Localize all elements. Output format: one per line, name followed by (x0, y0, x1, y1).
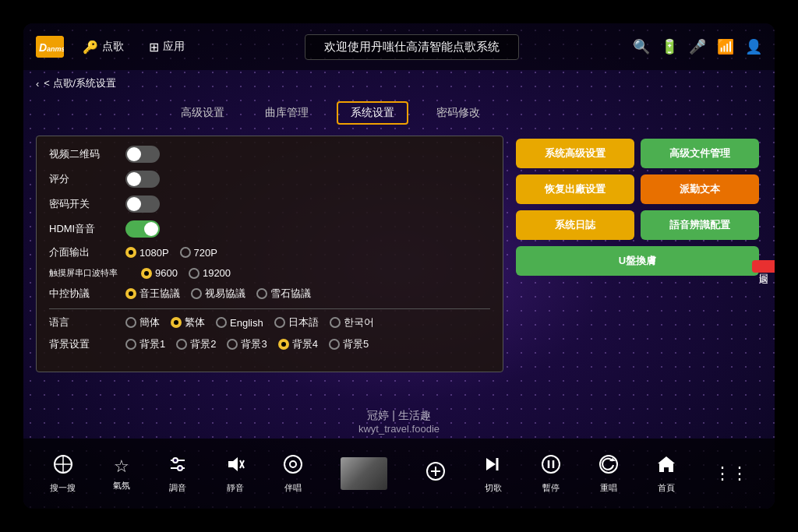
key-icon: 🔑 (83, 40, 98, 55)
logo: D anms (36, 36, 64, 58)
star-icon: ☆ (114, 456, 129, 477)
svg-point-14 (290, 461, 296, 467)
lang-japanese[interactable]: 日本語 (274, 315, 319, 329)
bg-5-dot (329, 339, 340, 350)
btn-派勤文本[interactable]: 派勤文本 (641, 174, 759, 204)
pause-icon (541, 454, 561, 479)
tab-advanced-settings[interactable]: 高级设置 (168, 103, 237, 123)
qrcode-label: 视频二维码 (49, 147, 119, 161)
bg-4-dot (278, 339, 289, 350)
protocol-yinwang[interactable]: 音王協議 (125, 287, 180, 301)
tab-password-change[interactable]: 密码修改 (424, 103, 493, 123)
toolbar-pause[interactable]: 暫停 (541, 454, 561, 494)
hdmi-toggle[interactable] (125, 220, 160, 238)
hdmi-label: HDMI音音 (49, 222, 119, 236)
more-icon: ⋮⋮ (714, 463, 748, 484)
tab-library-manage[interactable]: 曲库管理 (252, 103, 321, 123)
protocol-yinwang-dot (125, 288, 136, 299)
baudrate-9600[interactable]: 9600 (141, 267, 178, 279)
logo-icon: D anms (36, 36, 64, 58)
tab-system-settings[interactable]: 系统设置 (337, 101, 408, 125)
svg-marker-18 (486, 458, 496, 470)
output-720p-dot (180, 247, 191, 258)
btn-usb-skin[interactable]: U盤換膚 (516, 246, 759, 276)
header-title: 欢迎使用丹嗤仕高清智能点歌系统 (203, 34, 620, 60)
lang-japanese-dot (274, 317, 285, 328)
baudrate-label: 触摸屏串口波特率 (49, 267, 135, 279)
return-button[interactable]: 返回 (752, 260, 775, 273)
tab-bar: 高级设置 曲库管理 系统设置 密码修改 (23, 97, 775, 129)
lang-traditional[interactable]: 繁体 (171, 315, 205, 329)
lang-english[interactable]: English (216, 315, 263, 329)
svg-point-7 (173, 458, 178, 463)
baudrate-radio-group: 9600 19200 (141, 267, 231, 279)
btn-advanced-system[interactable]: 系统高级设置 (516, 139, 634, 168)
svg-point-13 (284, 456, 302, 473)
nav-song-btn[interactable]: 🔑 点歌 (76, 37, 130, 58)
toolbar-atmosphere[interactable]: ☆ 氣氛 (113, 456, 130, 491)
watermark-line1: 冠婷 | 生活趣 (358, 409, 440, 423)
lang-simplified-dot (125, 317, 136, 328)
toolbar-replay[interactable]: 重唱 (598, 454, 619, 494)
home-icon (656, 454, 676, 479)
btn-system-log[interactable]: 系统日誌 (516, 210, 634, 240)
microphone-icon: 🎤 (689, 38, 706, 55)
protocol-xueshi[interactable]: 雪石協議 (256, 287, 311, 301)
bg-5[interactable]: 背景5 (329, 337, 369, 351)
bg-1[interactable]: 背景1 (125, 337, 165, 351)
bottom-toolbar: 搜一搜 ☆ 氣氛 調音 (23, 439, 775, 509)
bg-4[interactable]: 背景4 (278, 337, 318, 351)
output-1080p[interactable]: 1080P (125, 247, 169, 259)
toolbar-thumbnail[interactable] (341, 457, 387, 490)
thumb-image (341, 457, 387, 490)
baudrate-19200[interactable]: 19200 (189, 267, 231, 279)
lang-traditional-dot (171, 317, 182, 328)
qrcode-toggle[interactable] (125, 146, 160, 163)
password-toggle[interactable] (125, 196, 160, 213)
mute-icon (225, 454, 245, 479)
language-label: 语言 (49, 315, 119, 329)
bg-2-dot (176, 339, 187, 350)
scan-icon (53, 454, 73, 479)
baudrate-19200-dot (189, 268, 200, 279)
score-label: 评分 (49, 172, 119, 186)
svg-marker-25 (658, 456, 675, 472)
lang-english-dot (216, 317, 227, 328)
protocol-label: 中控协議 (49, 287, 119, 301)
output-label: 介面输出 (49, 245, 119, 259)
score-toggle[interactable] (125, 171, 160, 188)
setting-row-language: 语言 簡体 繁体 English (49, 315, 490, 329)
battery-icon: 🔋 (661, 38, 678, 55)
toolbar-scan[interactable]: 搜一搜 (50, 454, 76, 494)
btn-restore-defaults[interactable]: 恢复出廠设置 (516, 174, 634, 204)
btn-file-manager[interactable]: 高级文件管理 (641, 139, 759, 168)
protocol-shiyi[interactable]: 视易協議 (191, 287, 245, 301)
lang-simplified[interactable]: 簡体 (125, 315, 160, 329)
nav-apps-btn[interactable]: ⊞ 应用 (143, 37, 191, 58)
btn-voice-config[interactable]: 語音辨識配置 (641, 210, 759, 240)
bg-2[interactable]: 背景2 (176, 337, 216, 351)
svg-marker-10 (228, 457, 238, 471)
output-720p[interactable]: 720P (180, 247, 217, 259)
setting-row-baudrate: 触摸屏串口波特率 9600 19200 (49, 267, 490, 279)
toolbar-mute[interactable]: 靜音 (225, 454, 245, 494)
wifi-icon: 📶 (717, 38, 734, 55)
bg-3[interactable]: 背景3 (227, 337, 267, 351)
protocol-shiyi-dot (191, 288, 202, 299)
breadcrumb[interactable]: ‹ < 点歌/系统设置 (23, 70, 775, 97)
toolbar-more[interactable]: ⋮⋮ (714, 463, 748, 484)
setting-row-score: 评分 (49, 171, 490, 188)
search-icon[interactable]: 🔍 (633, 38, 650, 55)
setting-row-background: 背景设置 背景1 背景2 背景3 (49, 337, 490, 351)
replay-icon (598, 454, 619, 479)
toolbar-tune[interactable]: 調音 (168, 454, 188, 494)
setting-row-password: 密码开关 (49, 196, 490, 213)
accompany-icon (283, 454, 303, 479)
watermark-line2: kwyt_travel.foodie (358, 423, 440, 435)
toolbar-skip[interactable]: 切歌 (483, 454, 503, 494)
toolbar-add[interactable] (425, 461, 446, 486)
lang-korean[interactable]: 한국어 (330, 315, 374, 329)
toolbar-home[interactable]: 首頁 (656, 454, 676, 494)
watermark: 冠婷 | 生活趣 kwyt_travel.foodie (358, 409, 440, 435)
toolbar-accompany[interactable]: 伴唱 (283, 454, 303, 494)
